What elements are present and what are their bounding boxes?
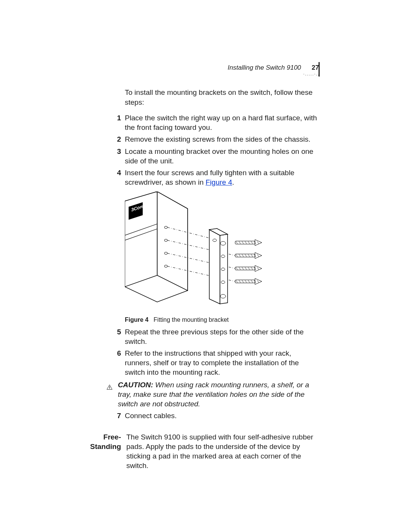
step-number: 3 — [116, 147, 121, 166]
step-item: 1 Place the switch the right way up on a… — [125, 113, 320, 132]
step-number: 4 — [116, 168, 121, 187]
caution-icon — [107, 381, 113, 394]
step-number: 6 — [116, 348, 121, 377]
page-header: Installing the Switch 9100 27 — [228, 64, 319, 72]
step-text: Repeat the three previous steps for the … — [125, 327, 320, 346]
step-item: 7 Connect cables. — [125, 411, 320, 420]
step-item: 5 Repeat the three previous steps for th… — [125, 327, 320, 346]
intro-text: To install the mounting brackets on the … — [125, 88, 320, 107]
step-item: 3 Locate a mounting bracket over the mou… — [125, 147, 320, 166]
step-text: Refer to the instructions that shipped w… — [125, 348, 320, 377]
step-item: 6 Refer to the instructions that shipped… — [125, 348, 320, 377]
step-number: 2 — [116, 134, 121, 144]
steps-list-top: 1 Place the switch the right way up on a… — [125, 113, 320, 187]
svg-rect-18 — [109, 387, 110, 388]
step-text-part: . — [232, 178, 234, 186]
figure-caption-text: Fitting the mounting bracket — [154, 316, 229, 323]
caution: CAUTION: When using rack mounting runner… — [125, 380, 320, 409]
step-item: 4 Insert the four screws and fully tight… — [125, 168, 320, 187]
step-number: 1 — [116, 113, 121, 132]
step-number: 5 — [116, 327, 121, 346]
page-number: 27 — [312, 64, 319, 72]
section-text: The Switch 9100 is supplied with four se… — [126, 432, 320, 470]
svg-rect-19 — [109, 388, 110, 389]
step-text: Place the switch the right way up on a h… — [125, 113, 320, 132]
figure: 3Com — [125, 192, 320, 313]
section-label: Free-Standing — [73, 432, 121, 470]
steps-list-bot: 7 Connect cables. — [125, 411, 320, 420]
step-text: Insert the four screws and fully tighten… — [125, 168, 320, 187]
main-content: To install the mounting brackets on the … — [125, 88, 320, 470]
section-free-standing: Free-Standing The Switch 9100 is supplie… — [125, 432, 320, 470]
figure-link[interactable]: Figure 4 — [206, 178, 232, 186]
page-container: Installing the Switch 9100 27 ·.....·.. … — [0, 0, 411, 532]
figure-caption: Figure 4 Fitting the mounting bracket — [125, 316, 320, 323]
steps-list-mid: 5 Repeat the three previous steps for th… — [125, 327, 320, 377]
caution-label: CAUTION: — [118, 381, 153, 389]
step-text: Connect cables. — [125, 411, 320, 420]
step-text: Locate a mounting bracket over the mount… — [125, 147, 320, 166]
figure-label: Figure 4 — [125, 316, 148, 323]
step-text: Remove the existing screws from the side… — [125, 134, 320, 144]
step-item: 2 Remove the existing screws from the si… — [125, 134, 320, 144]
header-decoration-dots: ·.....·.. — [303, 72, 320, 76]
step-number: 7 — [116, 411, 121, 420]
header-title: Installing the Switch 9100 — [228, 64, 301, 72]
caution-text: CAUTION: When using rack mounting runner… — [118, 380, 320, 409]
figure-illustration: 3Com — [125, 192, 269, 313]
